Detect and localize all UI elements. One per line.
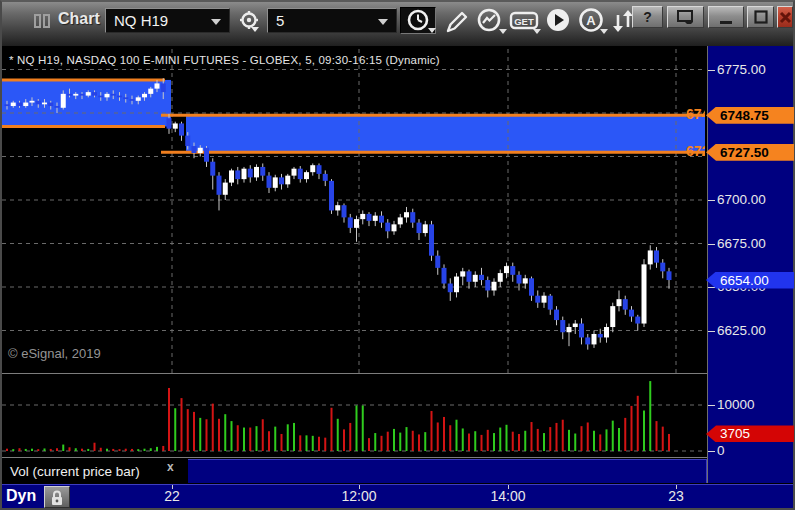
volume-bars: [168, 381, 670, 451]
time-axis-tick: [508, 485, 509, 489]
help-button[interactable]: ?: [632, 6, 663, 28]
price-axis[interactable]: 6775.006700.006675.006650.006625.006748.…: [707, 46, 793, 483]
indicators-button[interactable]: [474, 7, 506, 34]
pencil-icon: [442, 7, 470, 35]
gear-icon: [237, 9, 261, 33]
svg-text:A: A: [586, 12, 596, 27]
minimize-icon: [719, 9, 733, 25]
copyright-watermark: © eSignal, 2019: [8, 346, 101, 361]
volume-plot[interactable]: [2, 374, 705, 457]
time-axis-label: 14:00: [490, 488, 525, 504]
volume-pane[interactable]: [2, 374, 705, 457]
resistance-zone: [186, 115, 705, 152]
volume-bars: [6, 443, 164, 451]
dynamic-mode-label: Dyn: [6, 487, 36, 505]
volume-study-label: Vol (current price bar): [10, 464, 140, 479]
chart-window-icon: [34, 14, 50, 28]
zone-line-label-lower: 6727.50: [686, 143, 705, 159]
chart-window: Chart NQ H19 5: [0, 0, 795, 510]
zone-line-label-upper: 6748.75: [686, 106, 705, 122]
play-circle-icon: [544, 7, 572, 35]
time-axis-label: 22: [164, 488, 180, 504]
price-axis-label: 6675.00: [708, 236, 793, 252]
close-button[interactable]: [777, 6, 793, 28]
zone-price-tag: 6727.50: [706, 144, 794, 161]
window-title: Chart: [58, 10, 100, 28]
time-axis-tick: [172, 485, 173, 489]
price-axis-label: 6775.00: [708, 62, 793, 78]
time-template-button[interactable]: [400, 7, 436, 34]
minimize-button[interactable]: [708, 6, 744, 28]
price-pane[interactable]: * NQ H19, NASDAQ 100 E-MINI FUTURES - GL…: [2, 46, 705, 373]
last-volume-tag: 3705: [706, 425, 794, 442]
chevron-down-icon: [533, 29, 541, 34]
volume-study-close-icon[interactable]: x: [167, 460, 174, 474]
time-axis-tick: [676, 485, 677, 489]
alerts-button[interactable]: A: [575, 7, 607, 34]
volume-axis-label: 0: [708, 443, 793, 459]
axis-tick: [708, 70, 715, 71]
price-axis-label: 6700.00: [708, 192, 793, 208]
axis-tick: [708, 331, 715, 332]
time-axis-label: 23: [668, 488, 684, 504]
chevron-down-icon: [211, 19, 221, 25]
chevron-down-icon: [600, 29, 608, 34]
chevron-down-icon: [499, 29, 507, 34]
play-button[interactable]: [542, 7, 574, 34]
volume-study-tab[interactable]: Vol (current price bar): [2, 458, 188, 484]
svg-text:GET: GET: [514, 15, 534, 26]
time-axis-tick: [359, 485, 360, 489]
titlebar[interactable]: Chart NQ H19 5: [2, 2, 793, 46]
close-icon: [779, 11, 792, 24]
time-axis-label: 12:00: [341, 488, 376, 504]
zone-price-tag: 6748.75: [706, 107, 794, 124]
maximize-button[interactable]: [747, 6, 774, 28]
window-rollup-icon: [677, 10, 695, 24]
symbol-dropdown[interactable]: NQ H19: [105, 8, 230, 33]
last-price-tag: 6654.00: [706, 272, 794, 289]
maximize-icon: [754, 10, 768, 24]
chevron-down-icon: [378, 19, 388, 25]
padlock-icon: [49, 489, 65, 506]
axis-tick: [708, 287, 715, 288]
rollup-button[interactable]: [667, 6, 704, 28]
interval-value: 5: [276, 12, 284, 29]
chevron-down-icon: [428, 28, 436, 33]
settings-button[interactable]: [233, 7, 265, 34]
axis-tick: [708, 200, 715, 201]
draw-button[interactable]: [440, 7, 472, 34]
lock-button[interactable]: [44, 486, 70, 508]
chart-annotation: * NQ H19, NASDAQ 100 E-MINI FUTURES - GL…: [9, 54, 440, 66]
candlestick-plot[interactable]: [2, 46, 705, 373]
price-axis-label: 6625.00: [708, 323, 793, 339]
time-axis-bar[interactable]: Dyn 2212:0014:0023: [2, 484, 793, 508]
symbol-value: NQ H19: [114, 12, 168, 29]
get-data-button[interactable]: GET: [508, 7, 540, 34]
help-label: ?: [643, 9, 652, 25]
interval-dropdown[interactable]: 5: [267, 8, 397, 33]
chart-client-area: * NQ H19, NASDAQ 100 E-MINI FUTURES - GL…: [2, 46, 793, 508]
axis-tick: [708, 244, 715, 245]
volume-footer-strip: [188, 459, 707, 483]
volume-axis-label: 10000: [708, 397, 793, 413]
